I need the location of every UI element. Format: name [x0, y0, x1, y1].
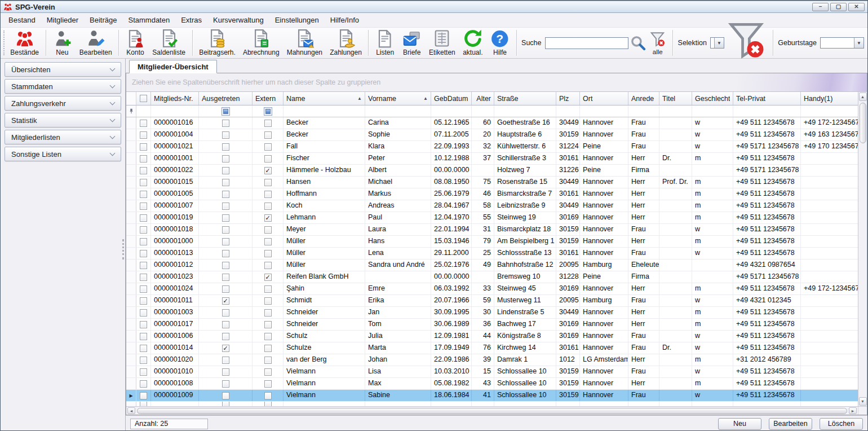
cell-ausgetreten[interactable]	[199, 165, 253, 176]
menu-einstellungen[interactable]: Einstellungen	[269, 14, 325, 27]
select-checkbox[interactable]	[140, 274, 147, 281]
cell-select[interactable]	[136, 177, 151, 188]
cell-ausgetreten[interactable]	[199, 354, 253, 366]
cell-extern[interactable]: ✓	[253, 165, 284, 176]
table-row[interactable]: 0000001007KochAndreas28.04.196758Leibniz…	[126, 200, 858, 212]
cell-ausgetreten[interactable]	[199, 212, 253, 223]
extern-checkbox[interactable]	[264, 131, 272, 139]
vertical-scroll-thumb[interactable]	[860, 103, 866, 143]
column-header-vorname[interactable]: Vorname▲	[365, 92, 431, 105]
sidebar-item-zahlungsverkehr[interactable]: Zahlungsverkehr	[5, 96, 121, 111]
select-checkbox[interactable]	[140, 368, 147, 376]
l-schen-button[interactable]: Löschen	[820, 418, 863, 430]
column-header-geschlecht[interactable]: Geschlecht	[692, 92, 733, 105]
cell-extern[interactable]	[253, 129, 284, 140]
search-input[interactable]	[545, 37, 628, 49]
select-checkbox[interactable]	[140, 167, 147, 174]
extern-checkbox[interactable]	[264, 309, 272, 316]
extern-checkbox[interactable]	[264, 155, 272, 162]
ausgetreten-checkbox[interactable]	[222, 333, 229, 340]
table-row[interactable]: 0000001022✓Hämmerle - HolzbauAlbert00.00…	[126, 165, 858, 177]
sidebar-item-bersichten[interactable]: Übersichten	[5, 62, 121, 77]
extern-checkbox[interactable]	[264, 392, 272, 399]
column-header-handy[interactable]: Handy(1)	[801, 92, 858, 105]
scroll-down-icon[interactable]: ▼	[859, 397, 867, 406]
menu-mitglieder[interactable]: Mitglieder	[41, 14, 84, 27]
cell-ausgetreten[interactable]	[199, 117, 253, 129]
extern-checkbox[interactable]: ✓	[264, 274, 272, 281]
dropdown-arrow-icon[interactable]: ▼	[714, 38, 724, 48]
select-checkbox[interactable]	[140, 214, 147, 222]
select-checkbox[interactable]	[140, 357, 147, 364]
dropdown-arrow-icon[interactable]: ▼	[854, 38, 863, 48]
ausgetreten-checkbox[interactable]	[222, 250, 229, 257]
filter-checkbox-extern[interactable]	[264, 107, 272, 116]
cell-select[interactable]	[136, 236, 151, 247]
select-checkbox[interactable]	[140, 333, 147, 340]
cell-select[interactable]	[136, 378, 151, 389]
cell-extern[interactable]	[253, 224, 284, 235]
column-header-titel[interactable]: Titel	[659, 92, 692, 105]
cell-extern[interactable]	[253, 342, 284, 354]
table-row[interactable]: 0000001008VielmannMax05.08.198243Schloss…	[126, 378, 858, 390]
ausgetreten-checkbox[interactable]	[222, 238, 229, 245]
cell-select[interactable]	[136, 153, 151, 164]
cell-select[interactable]	[136, 117, 151, 129]
extern-checkbox[interactable]	[264, 285, 272, 293]
cell-extern[interactable]	[253, 390, 284, 401]
cell-ausgetreten[interactable]	[199, 141, 253, 152]
cell-ausgetreten[interactable]	[199, 129, 253, 140]
toolbar-listen-button[interactable]: Listen	[371, 28, 398, 58]
toolbar-zahlungen-button[interactable]: Zahlungen	[326, 28, 366, 58]
ausgetreten-checkbox[interactable]	[222, 262, 229, 269]
cell-select[interactable]	[136, 200, 151, 212]
extern-checkbox[interactable]	[264, 380, 272, 388]
scroll-up-icon[interactable]: ▲	[859, 93, 867, 101]
tab-mitglieder-uebersicht[interactable]: Mitglieder-Übersicht	[129, 60, 217, 73]
scroll-right-icon[interactable]: ►	[849, 407, 857, 414]
cell-extern[interactable]	[253, 378, 284, 389]
extern-checkbox[interactable]: ✓	[264, 167, 272, 174]
extern-checkbox[interactable]	[264, 250, 272, 257]
select-checkbox[interactable]	[140, 285, 147, 293]
cell-extern[interactable]	[253, 177, 284, 188]
select-checkbox[interactable]	[140, 297, 147, 305]
table-row[interactable]: ▶0000001009VielmannSabine18.06.198441Sch…	[126, 390, 858, 402]
select-checkbox[interactable]	[140, 203, 147, 210]
select-checkbox[interactable]	[140, 120, 147, 127]
bearbeiten-button[interactable]: Bearbeiten	[769, 418, 812, 430]
ausgetreten-checkbox[interactable]	[222, 274, 229, 281]
table-row[interactable]: 0000001001FischerPeter10.12.198837Schill…	[126, 153, 858, 165]
maximize-button[interactable]: ▢	[830, 3, 847, 11]
extern-checkbox[interactable]	[264, 203, 272, 210]
extern-checkbox[interactable]	[264, 321, 272, 328]
cell-extern[interactable]	[253, 117, 284, 129]
ausgetreten-checkbox[interactable]	[222, 143, 229, 151]
extern-checkbox[interactable]	[264, 226, 272, 234]
cell-select[interactable]	[136, 165, 151, 176]
cell-select[interactable]	[136, 354, 151, 366]
table-row[interactable]: 0000001010VielmannLisa10.03.201015Schlos…	[126, 366, 858, 378]
select-checkbox[interactable]	[140, 238, 147, 245]
table-row[interactable]: 0000001018MeyerLaura22.01.199431Bismarck…	[126, 224, 858, 236]
table-row[interactable]: 0000001005HoffmannMarkus25.06.197946Bism…	[126, 188, 858, 200]
toolbar-beitragserh-button[interactable]: Beitragserh.	[196, 28, 240, 58]
cell-extern[interactable]	[253, 295, 284, 306]
ausgetreten-checkbox[interactable]	[222, 321, 229, 328]
toolbar-briefe-button[interactable]: Briefe	[398, 28, 426, 58]
column-header-alter[interactable]: Alter	[472, 92, 494, 105]
select-checkbox[interactable]	[140, 155, 147, 162]
column-header-anrede[interactable]: Anrede	[628, 92, 659, 105]
cell-select[interactable]	[136, 390, 151, 401]
toolbar-hilfe-button[interactable]: ?Hilfe	[486, 28, 513, 58]
menu-beitr-ge[interactable]: Beiträge	[84, 14, 122, 27]
scroll-left-icon[interactable]: ◄	[127, 407, 135, 414]
select-checkbox[interactable]	[140, 321, 147, 328]
cell-ausgetreten[interactable]: ✓	[199, 342, 253, 354]
cell-select[interactable]	[136, 307, 151, 318]
select-checkbox[interactable]	[140, 380, 147, 388]
select-checkbox[interactable]	[140, 191, 147, 198]
table-row[interactable]: 0000001012MüllerSandra und André25.02.19…	[126, 260, 858, 271]
cell-extern[interactable]	[253, 200, 284, 212]
filter-cell-extern[interactable]	[253, 105, 284, 117]
